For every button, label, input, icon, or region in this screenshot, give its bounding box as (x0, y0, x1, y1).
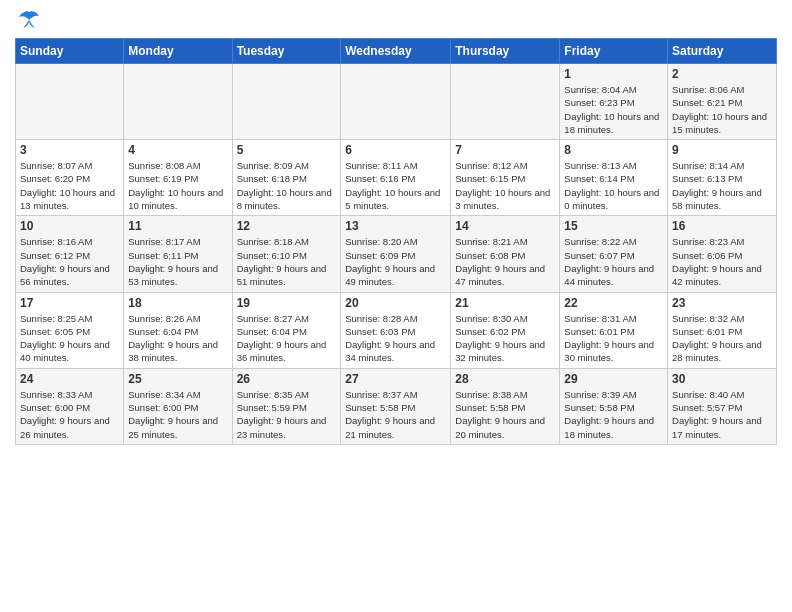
calendar-cell (16, 64, 124, 140)
day-number: 19 (237, 296, 337, 310)
day-info: Sunrise: 8:31 AMSunset: 6:01 PMDaylight:… (564, 312, 663, 365)
day-number: 3 (20, 143, 119, 157)
calendar-cell: 22Sunrise: 8:31 AMSunset: 6:01 PMDayligh… (560, 292, 668, 368)
calendar-cell: 12Sunrise: 8:18 AMSunset: 6:10 PMDayligh… (232, 216, 341, 292)
week-row-1: 1Sunrise: 8:04 AMSunset: 6:23 PMDaylight… (16, 64, 777, 140)
day-info: Sunrise: 8:25 AMSunset: 6:05 PMDaylight:… (20, 312, 119, 365)
day-number: 29 (564, 372, 663, 386)
calendar-cell: 7Sunrise: 8:12 AMSunset: 6:15 PMDaylight… (451, 140, 560, 216)
day-number: 17 (20, 296, 119, 310)
day-info: Sunrise: 8:22 AMSunset: 6:07 PMDaylight:… (564, 235, 663, 288)
day-number: 1 (564, 67, 663, 81)
day-info: Sunrise: 8:04 AMSunset: 6:23 PMDaylight:… (564, 83, 663, 136)
day-info: Sunrise: 8:38 AMSunset: 5:58 PMDaylight:… (455, 388, 555, 441)
calendar-cell: 4Sunrise: 8:08 AMSunset: 6:19 PMDaylight… (124, 140, 232, 216)
logo (15, 10, 41, 30)
day-info: Sunrise: 8:07 AMSunset: 6:20 PMDaylight:… (20, 159, 119, 212)
calendar-cell: 2Sunrise: 8:06 AMSunset: 6:21 PMDaylight… (668, 64, 777, 140)
day-info: Sunrise: 8:34 AMSunset: 6:00 PMDaylight:… (128, 388, 227, 441)
weekday-header-row: SundayMondayTuesdayWednesdayThursdayFrid… (16, 39, 777, 64)
calendar-cell: 3Sunrise: 8:07 AMSunset: 6:20 PMDaylight… (16, 140, 124, 216)
day-info: Sunrise: 8:23 AMSunset: 6:06 PMDaylight:… (672, 235, 772, 288)
day-info: Sunrise: 8:18 AMSunset: 6:10 PMDaylight:… (237, 235, 337, 288)
day-number: 20 (345, 296, 446, 310)
calendar-cell: 18Sunrise: 8:26 AMSunset: 6:04 PMDayligh… (124, 292, 232, 368)
day-info: Sunrise: 8:14 AMSunset: 6:13 PMDaylight:… (672, 159, 772, 212)
day-info: Sunrise: 8:35 AMSunset: 5:59 PMDaylight:… (237, 388, 337, 441)
day-number: 21 (455, 296, 555, 310)
day-number: 2 (672, 67, 772, 81)
day-info: Sunrise: 8:21 AMSunset: 6:08 PMDaylight:… (455, 235, 555, 288)
day-number: 4 (128, 143, 227, 157)
day-info: Sunrise: 8:37 AMSunset: 5:58 PMDaylight:… (345, 388, 446, 441)
day-number: 6 (345, 143, 446, 157)
calendar-cell: 13Sunrise: 8:20 AMSunset: 6:09 PMDayligh… (341, 216, 451, 292)
day-info: Sunrise: 8:30 AMSunset: 6:02 PMDaylight:… (455, 312, 555, 365)
logo-bird-icon (17, 10, 41, 30)
calendar-cell: 11Sunrise: 8:17 AMSunset: 6:11 PMDayligh… (124, 216, 232, 292)
day-info: Sunrise: 8:39 AMSunset: 5:58 PMDaylight:… (564, 388, 663, 441)
day-number: 13 (345, 219, 446, 233)
calendar-cell: 24Sunrise: 8:33 AMSunset: 6:00 PMDayligh… (16, 368, 124, 444)
day-number: 26 (237, 372, 337, 386)
weekday-header-tuesday: Tuesday (232, 39, 341, 64)
day-info: Sunrise: 8:09 AMSunset: 6:18 PMDaylight:… (237, 159, 337, 212)
header (15, 10, 777, 30)
calendar-cell: 8Sunrise: 8:13 AMSunset: 6:14 PMDaylight… (560, 140, 668, 216)
calendar-cell: 26Sunrise: 8:35 AMSunset: 5:59 PMDayligh… (232, 368, 341, 444)
day-number: 30 (672, 372, 772, 386)
calendar-cell: 30Sunrise: 8:40 AMSunset: 5:57 PMDayligh… (668, 368, 777, 444)
weekday-header-friday: Friday (560, 39, 668, 64)
calendar-cell: 1Sunrise: 8:04 AMSunset: 6:23 PMDaylight… (560, 64, 668, 140)
calendar-cell: 27Sunrise: 8:37 AMSunset: 5:58 PMDayligh… (341, 368, 451, 444)
calendar-cell: 29Sunrise: 8:39 AMSunset: 5:58 PMDayligh… (560, 368, 668, 444)
day-number: 8 (564, 143, 663, 157)
day-info: Sunrise: 8:17 AMSunset: 6:11 PMDaylight:… (128, 235, 227, 288)
day-info: Sunrise: 8:28 AMSunset: 6:03 PMDaylight:… (345, 312, 446, 365)
day-number: 5 (237, 143, 337, 157)
calendar-cell: 20Sunrise: 8:28 AMSunset: 6:03 PMDayligh… (341, 292, 451, 368)
calendar-cell: 6Sunrise: 8:11 AMSunset: 6:16 PMDaylight… (341, 140, 451, 216)
day-info: Sunrise: 8:12 AMSunset: 6:15 PMDaylight:… (455, 159, 555, 212)
day-number: 28 (455, 372, 555, 386)
weekday-header-monday: Monday (124, 39, 232, 64)
day-number: 23 (672, 296, 772, 310)
day-info: Sunrise: 8:27 AMSunset: 6:04 PMDaylight:… (237, 312, 337, 365)
calendar-cell: 25Sunrise: 8:34 AMSunset: 6:00 PMDayligh… (124, 368, 232, 444)
week-row-5: 24Sunrise: 8:33 AMSunset: 6:00 PMDayligh… (16, 368, 777, 444)
calendar-cell: 23Sunrise: 8:32 AMSunset: 6:01 PMDayligh… (668, 292, 777, 368)
day-number: 9 (672, 143, 772, 157)
day-number: 11 (128, 219, 227, 233)
page: SundayMondayTuesdayWednesdayThursdayFrid… (0, 0, 792, 612)
day-info: Sunrise: 8:40 AMSunset: 5:57 PMDaylight:… (672, 388, 772, 441)
calendar-cell: 21Sunrise: 8:30 AMSunset: 6:02 PMDayligh… (451, 292, 560, 368)
week-row-3: 10Sunrise: 8:16 AMSunset: 6:12 PMDayligh… (16, 216, 777, 292)
calendar-cell (341, 64, 451, 140)
calendar-cell: 19Sunrise: 8:27 AMSunset: 6:04 PMDayligh… (232, 292, 341, 368)
day-number: 12 (237, 219, 337, 233)
weekday-header-sunday: Sunday (16, 39, 124, 64)
day-number: 15 (564, 219, 663, 233)
day-info: Sunrise: 8:11 AMSunset: 6:16 PMDaylight:… (345, 159, 446, 212)
day-info: Sunrise: 8:16 AMSunset: 6:12 PMDaylight:… (20, 235, 119, 288)
day-number: 22 (564, 296, 663, 310)
day-info: Sunrise: 8:32 AMSunset: 6:01 PMDaylight:… (672, 312, 772, 365)
calendar-cell: 17Sunrise: 8:25 AMSunset: 6:05 PMDayligh… (16, 292, 124, 368)
day-number: 10 (20, 219, 119, 233)
day-info: Sunrise: 8:08 AMSunset: 6:19 PMDaylight:… (128, 159, 227, 212)
day-info: Sunrise: 8:20 AMSunset: 6:09 PMDaylight:… (345, 235, 446, 288)
day-number: 18 (128, 296, 227, 310)
weekday-header-wednesday: Wednesday (341, 39, 451, 64)
calendar-cell: 14Sunrise: 8:21 AMSunset: 6:08 PMDayligh… (451, 216, 560, 292)
calendar-cell (232, 64, 341, 140)
day-number: 14 (455, 219, 555, 233)
day-number: 7 (455, 143, 555, 157)
weekday-header-saturday: Saturday (668, 39, 777, 64)
day-info: Sunrise: 8:06 AMSunset: 6:21 PMDaylight:… (672, 83, 772, 136)
weekday-header-thursday: Thursday (451, 39, 560, 64)
calendar-cell: 5Sunrise: 8:09 AMSunset: 6:18 PMDaylight… (232, 140, 341, 216)
calendar-cell: 9Sunrise: 8:14 AMSunset: 6:13 PMDaylight… (668, 140, 777, 216)
week-row-4: 17Sunrise: 8:25 AMSunset: 6:05 PMDayligh… (16, 292, 777, 368)
calendar: SundayMondayTuesdayWednesdayThursdayFrid… (15, 38, 777, 445)
calendar-cell: 16Sunrise: 8:23 AMSunset: 6:06 PMDayligh… (668, 216, 777, 292)
